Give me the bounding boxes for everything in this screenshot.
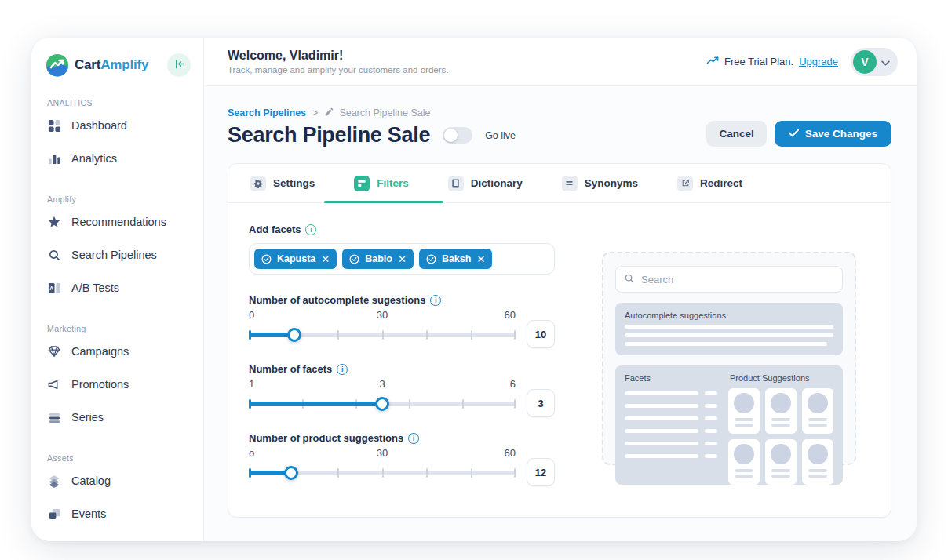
breadcrumb-current: Search Pipeline Sale xyxy=(324,107,430,119)
pencil-icon xyxy=(324,107,334,119)
filters-form: Add facets i Kapusta ✕ Bablo xyxy=(249,224,555,496)
tab-filters[interactable]: Filters xyxy=(354,164,409,202)
sidebar-item-label: Events xyxy=(71,507,106,520)
slider-label: Number of product suggestions i xyxy=(249,432,555,444)
facets-input[interactable]: Kapusta ✕ Bablo ✕ Baksh ✕ xyxy=(249,243,555,275)
info-icon[interactable]: i xyxy=(305,224,316,235)
save-changes-button[interactable]: Save Changes xyxy=(775,121,891,147)
info-icon[interactable]: i xyxy=(408,433,419,444)
book-icon xyxy=(448,176,464,191)
sidebar-item-campaigns[interactable]: Campaigns xyxy=(46,336,191,366)
slider-handle[interactable] xyxy=(287,328,301,342)
slider-handle[interactable] xyxy=(375,397,389,411)
remove-chip-icon[interactable]: ✕ xyxy=(321,253,330,265)
page-content: Search Pipelines > Search Pipeline Sale … xyxy=(204,86,917,541)
preview-autocomplete-card: Autocomplete suggestions xyxy=(615,303,843,355)
sidebar-section-marketing: Marketing Campaigns Promotions Series xyxy=(46,324,191,432)
sidebar-item-label: Search Pipelines xyxy=(71,249,157,261)
remove-chip-icon[interactable]: ✕ xyxy=(398,253,407,265)
remove-chip-icon[interactable]: ✕ xyxy=(476,253,485,265)
title-row: Search Pipeline Sale Go live xyxy=(228,123,516,147)
trend-icon xyxy=(706,55,719,68)
cancel-button[interactable]: Cancel xyxy=(706,121,766,147)
topbar: Welcome, Vladimir! Track, manage and amp… xyxy=(204,38,917,86)
sidebar-item-catalog[interactable]: Catalog xyxy=(46,466,191,496)
upgrade-link[interactable]: Upgrade xyxy=(799,56,838,67)
sidebar-item-label: Promotions xyxy=(71,378,129,391)
slider-track[interactable] xyxy=(249,395,516,413)
facet-skeleton-row xyxy=(625,454,717,458)
slider-handle[interactable] xyxy=(284,466,298,480)
sidebar-item-label: Recommendations xyxy=(71,216,166,228)
check-circle-icon xyxy=(426,254,436,264)
section-label: Assets xyxy=(46,453,191,463)
sidebar-item-series[interactable]: Series xyxy=(46,402,191,432)
slider-marks: 1 3 6 xyxy=(249,378,516,392)
tab-synonyms[interactable]: Synonyms xyxy=(562,164,638,202)
facet-skeleton-row xyxy=(625,442,717,445)
slider-product-suggestions: Number of product suggestions i o 30 60 xyxy=(249,432,555,482)
section-label: Amplify xyxy=(46,195,191,204)
sidebar-item-ab-tests[interactable]: A A/B Tests xyxy=(46,273,191,303)
breadcrumb-parent-link[interactable]: Search Pipelines xyxy=(228,107,306,118)
filter-panel-icon xyxy=(354,176,370,191)
sidebar-section-assets: Assets Catalog Events xyxy=(46,453,191,529)
breadcrumb-separator: > xyxy=(312,107,318,118)
product-card-skeleton xyxy=(802,388,833,434)
product-card-skeleton xyxy=(802,439,833,485)
facet-skeleton-row xyxy=(625,429,717,433)
sidebar-item-analytics[interactable]: Analytics xyxy=(46,144,191,173)
sidebar-item-label: Catalog xyxy=(71,475,111,487)
overlap-squares-icon xyxy=(47,507,61,521)
info-icon[interactable]: i xyxy=(430,295,441,306)
sidebar-item-dashboard[interactable]: Dashboard xyxy=(46,111,191,140)
skeleton-line xyxy=(625,325,833,329)
sidebar-collapse-button[interactable] xyxy=(167,53,191,77)
megaphone-icon xyxy=(47,377,61,391)
slider-row: 0 30 60 xyxy=(249,309,555,344)
layers-icon xyxy=(47,474,61,488)
golive-toggle[interactable] xyxy=(443,127,472,144)
facet-chip[interactable]: Kapusta ✕ xyxy=(254,249,337,269)
plan-text: Free Trial Plan. xyxy=(724,56,793,67)
star-icon xyxy=(47,215,61,229)
slider-track[interactable] xyxy=(249,464,516,482)
preview-facets-column: Facets xyxy=(625,373,717,475)
tab-redirect[interactable]: Redirect xyxy=(677,164,742,202)
sidebar-item-events[interactable]: Events xyxy=(46,499,191,529)
slider-value[interactable]: 10 xyxy=(527,320,555,348)
brand-name: CartAmplify xyxy=(75,57,148,73)
head-actions: Cancel Save Changes xyxy=(706,121,891,147)
slider-value[interactable]: 12 xyxy=(527,458,555,486)
sidebar-item-label: Campaigns xyxy=(71,345,129,358)
sidebar-item-recommendations[interactable]: Recommendations xyxy=(46,207,191,237)
tab-label: Synonyms xyxy=(585,177,638,189)
user-menu[interactable]: V xyxy=(851,48,898,76)
tab-settings[interactable]: Settings xyxy=(250,164,315,202)
welcome-subtitle: Track, manage and amplify your customers… xyxy=(228,65,448,75)
tab-bar: Settings Filters Dictionary xyxy=(228,164,891,203)
products-label: Product Suggestions xyxy=(728,373,833,383)
main-area: Welcome, Vladimir! Track, manage and amp… xyxy=(204,38,917,541)
facet-chip[interactable]: Baksh ✕ xyxy=(419,249,492,269)
slider-value[interactable]: 3 xyxy=(527,389,555,417)
screenshot-stage: CartAmplify ANALITICS Dashboard xyxy=(0,0,948,560)
check-circle-icon xyxy=(349,254,359,264)
sidebar-item-search-pipelines[interactable]: Search Pipelines xyxy=(46,240,191,270)
gear-icon xyxy=(250,176,266,191)
preview-search-input: Search xyxy=(615,266,843,293)
chevron-down-icon xyxy=(881,55,890,69)
slider-row: 1 3 6 xyxy=(249,378,555,413)
search-icon xyxy=(47,248,61,262)
check-circle-icon xyxy=(261,254,272,264)
sidebar-section-analytics: ANALITICS Dashboard Analytics xyxy=(46,98,191,173)
facet-chip[interactable]: Bablo ✕ xyxy=(342,249,414,269)
slider-main: o 30 60 xyxy=(249,447,516,482)
slider-track[interactable] xyxy=(249,326,516,344)
tab-label: Filters xyxy=(377,177,409,189)
sidebar-item-promotions[interactable]: Promotions xyxy=(46,369,191,399)
info-icon[interactable]: i xyxy=(337,364,348,375)
tab-dictionary[interactable]: Dictionary xyxy=(448,164,523,202)
section-label: Marketing xyxy=(46,324,191,333)
bar-chart-icon xyxy=(47,151,61,165)
